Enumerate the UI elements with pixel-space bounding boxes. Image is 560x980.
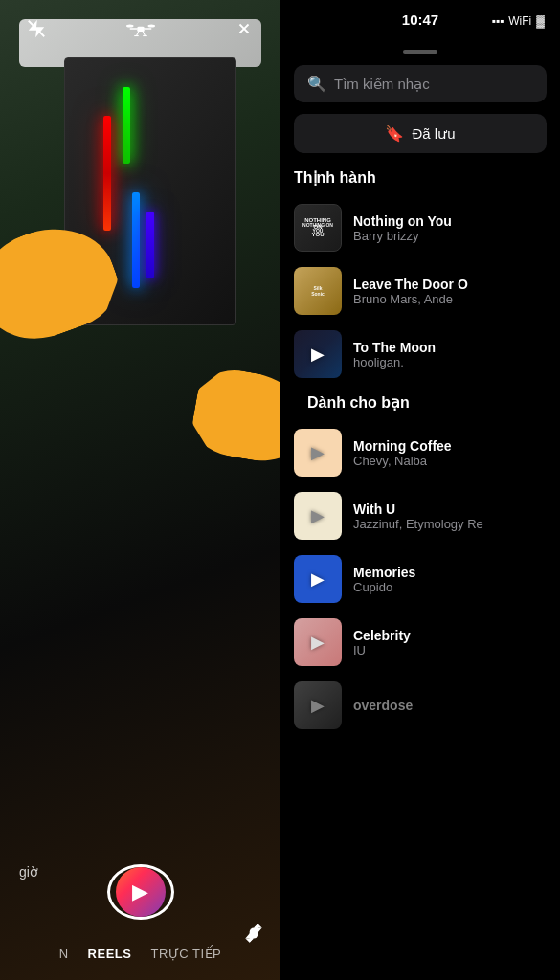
close-icon[interactable] [227, 11, 261, 46]
top-bar [0, 0, 280, 57]
music-info: Nothing on You Barry brizzy [353, 213, 547, 243]
play-icon: ▶ [311, 344, 325, 365]
music-title: Celebrity [353, 628, 547, 643]
svg-rect-2 [137, 27, 145, 32]
rgb-blue2 [146, 212, 154, 278]
rgb-blue [132, 192, 140, 288]
music-title: Memories [353, 565, 547, 580]
music-artist: Bruno Mars, Ande [353, 292, 547, 306]
music-thumbnail: ▶ [294, 492, 342, 540]
nav-tab-reels[interactable]: REELS [88, 947, 132, 961]
play-icon: ▶ [311, 442, 325, 463]
nav-tab-live[interactable]: TRỰC TIẾP [150, 947, 221, 961]
saved-button[interactable]: 🔖 Đã lưu [294, 114, 547, 153]
list-item[interactable]: SilkSonic Leave The Door O Bruno Mars, A… [294, 259, 547, 323]
play-icon: ▶ [311, 695, 325, 716]
signal-icon: ▪▪▪ [491, 14, 504, 28]
for-you-section-title: Dành cho bạn [294, 386, 547, 421]
music-thumbnail: ▶ [294, 618, 342, 666]
music-info: To The Moon hooligan. [353, 340, 547, 369]
music-list: NOTHINGONYOU Nothing on You Barry brizzy… [280, 196, 560, 980]
bookmark-icon: 🔖 [385, 124, 404, 143]
bottom-nav: ▶ N REELS TRỰC TIẾP [0, 884, 280, 980]
status-icons: ▪▪▪ WiFi ▓ [491, 14, 545, 28]
music-artist: Barry brizzy [353, 229, 547, 243]
record-inner: ▶ [116, 867, 166, 917]
music-artist: Cupido [353, 580, 547, 594]
music-info: Morning Coffee Chevy, Nalba [353, 438, 547, 468]
nav-tabs: N REELS TRỰC TIẾP [59, 947, 222, 961]
drag-handle[interactable] [403, 50, 437, 54]
list-item[interactable]: ▶ Celebrity IU [294, 611, 547, 674]
timer-text: giờ [19, 864, 38, 880]
list-item[interactable]: ▶ Morning Coffee Chevy, Nalba [294, 421, 547, 484]
drone-icon [123, 11, 158, 46]
camera-panel: giờ ▶ N REELS TRỰC TIẾP [0, 0, 280, 980]
music-info: overdose [353, 698, 547, 713]
battery-icon: ▓ [536, 14, 545, 28]
play-icon: ▶ [311, 568, 325, 590]
svg-line-8 [143, 32, 145, 36]
list-item[interactable]: ▶ To The Moon hooligan. [294, 323, 547, 386]
flash-icon[interactable] [19, 11, 54, 46]
music-artist: IU [353, 643, 547, 657]
record-button[interactable]: ▶ [107, 864, 174, 920]
nav-tab-n[interactable]: N [59, 947, 69, 961]
music-thumbnail: ▶ [294, 330, 342, 378]
music-title: With U [353, 501, 547, 517]
list-item[interactable]: ▶ Memories Cupido [294, 547, 547, 611]
list-item[interactable]: ▶ With U Jazzinuf, Etymology Re [294, 484, 547, 547]
music-info: Leave The Door O Bruno Mars, Ande [353, 277, 547, 306]
play-icon: ▶ [311, 632, 325, 653]
list-item[interactable]: ▶ overdose [294, 674, 547, 737]
music-thumbnail: NOTHINGONYOU [294, 204, 342, 252]
svg-point-6 [147, 25, 155, 28]
music-thumbnail: ▶ [294, 429, 342, 477]
music-title: Nothing on You [353, 213, 547, 229]
music-thumbnail: SilkSonic [294, 267, 342, 315]
music-panel: ▪▪▪ WiFi ▓ 10:47 🔍 Tìm kiếm nhạc 🔖 Đã lư… [280, 0, 560, 980]
rgb-green [123, 87, 130, 164]
status-time: 10:47 [402, 11, 438, 28]
music-info: Memories Cupido [353, 565, 547, 594]
trending-section-title: Thịnh hành [280, 168, 560, 196]
music-artist: hooligan. [353, 355, 547, 369]
search-placeholder: Tìm kiếm nhạc [334, 76, 430, 93]
play-icon: ▶ [311, 505, 325, 526]
reels-logo-icon: ▶ [132, 880, 148, 904]
music-title: Morning Coffee [353, 438, 547, 454]
music-info: Celebrity IU [353, 628, 547, 657]
svg-point-5 [126, 25, 134, 28]
music-thumbnail: ▶ [294, 555, 342, 603]
search-icon: 🔍 [307, 75, 326, 93]
music-title: Leave The Door O [353, 277, 547, 292]
music-artist: Jazzinuf, Etymology Re [353, 517, 547, 531]
svg-line-7 [136, 32, 138, 36]
list-item[interactable]: NOTHINGONYOU Nothing on You Barry brizzy [294, 196, 547, 259]
search-bar[interactable]: 🔍 Tìm kiếm nhạc [294, 65, 547, 102]
wifi-icon: WiFi [508, 14, 531, 28]
music-info: With U Jazzinuf, Etymology Re [353, 501, 547, 531]
music-title: overdose [353, 698, 547, 713]
saved-label: Đã lưu [412, 125, 455, 143]
music-thumbnail: ▶ [294, 681, 342, 729]
music-artist: Chevy, Nalba [353, 454, 547, 468]
music-title: To The Moon [353, 340, 547, 355]
rgb-red [103, 116, 111, 231]
